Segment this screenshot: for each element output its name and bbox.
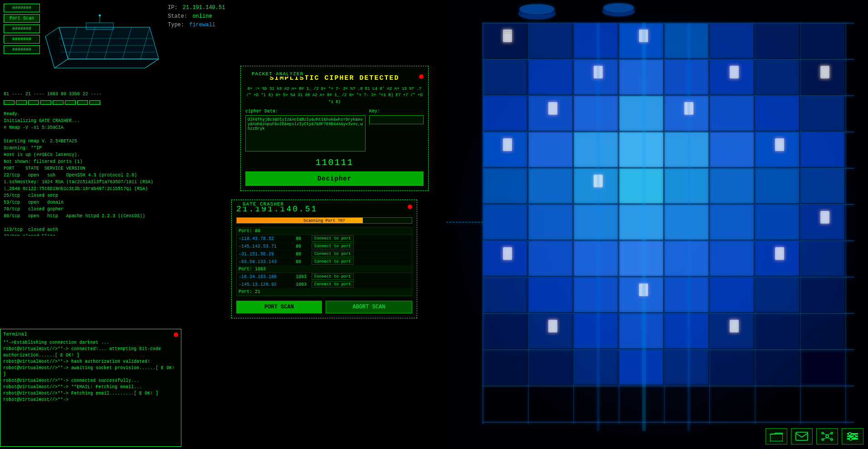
svg-rect-136 — [597, 23, 600, 431]
terminal-line: 1.sshHostkey: 1024 RSA (tac2c51a3l3f1a76… — [4, 179, 178, 185]
svg-rect-102 — [483, 314, 527, 348]
svg-rect-77 — [801, 169, 844, 203]
svg-rect-134 — [548, 320, 557, 332]
key-input[interactable]: 110111 — [369, 115, 424, 124]
svg-rect-28 — [483, 422, 854, 423]
close-button[interactable] — [174, 332, 178, 337]
svg-rect-21 — [483, 168, 854, 169]
decipher-button[interactable]: Decipher — [245, 171, 424, 186]
terminal-line: robot@VirtualHost//>**-> — [3, 397, 178, 403]
svg-rect-63 — [529, 132, 572, 167]
svg-line-156 — [827, 438, 831, 439]
svg-point-161 — [853, 435, 856, 438]
cipher-data-label: cipher Data: — [245, 109, 366, 114]
scan-progress-bar: Scanning Port 707 — [236, 217, 412, 224]
entry-port: 80 — [296, 252, 312, 257]
svg-rect-110 — [483, 350, 527, 385]
svg-point-15 — [99, 15, 101, 16]
nav-btn-5[interactable]: ####### — [4, 45, 40, 54]
svg-rect-24 — [483, 277, 854, 278]
svg-rect-35 — [755, 23, 756, 424]
port-scan-button[interactable]: PORT SCAN — [236, 301, 322, 313]
left-panel: ####### Port Scan ####### ####### ######… — [0, 0, 181, 449]
svg-rect-120 — [503, 33, 512, 34]
panel-container: PACKET ANALYZER SIMPLISTIC CIPHER DETECT… — [245, 74, 424, 186]
connect-button[interactable]: Connect to port — [312, 235, 354, 242]
email-icon-button[interactable] — [791, 428, 813, 444]
terminal-line: 80/tcp open http Apache httpd 2.2.3 ((Ce… — [4, 213, 178, 220]
entry-port: 80 — [296, 236, 312, 241]
svg-rect-13 — [86, 23, 113, 29]
svg-rect-65 — [619, 132, 663, 167]
connect-button[interactable]: Connect to port — [312, 273, 354, 280]
cipher-data-input[interactable]: OlF&ThyjBz3&OIyIz&AoI&BzIy&uhtI&huk&whzr… — [245, 115, 366, 151]
mini-box-1 — [4, 100, 15, 105]
svg-rect-34 — [709, 23, 710, 424]
entry-ip: -63.58.133.143 — [237, 259, 296, 264]
gate-crasher-close[interactable] — [408, 205, 412, 209]
terminal-line: 113/tcp closed auth — [4, 226, 178, 233]
nav-btn-4[interactable]: ####### — [4, 35, 40, 44]
nav-btn-1[interactable]: ####### — [4, 4, 40, 12]
svg-rect-123 — [730, 66, 739, 78]
svg-rect-158 — [847, 436, 858, 437]
svg-rect-74 — [665, 169, 708, 203]
table-row: -145.13.120.92 1083 Connect to port — [237, 281, 412, 288]
svg-rect-91 — [710, 241, 754, 276]
svg-rect-61 — [801, 96, 844, 131]
mini-box-6 — [65, 100, 76, 105]
svg-rect-138 — [688, 23, 690, 431]
svg-rect-73 — [619, 169, 663, 203]
svg-rect-81 — [619, 205, 663, 239]
connect-button[interactable]: Connect to port — [312, 251, 354, 257]
svg-rect-56 — [574, 96, 618, 131]
terminal-line: 53/tcp open domain — [4, 199, 178, 206]
svg-line-153 — [824, 434, 827, 435]
terminal-line: robot@VirtualHost//>**-> connected succe… — [3, 378, 178, 384]
svg-rect-32 — [619, 23, 619, 424]
settings-icon-button[interactable] — [842, 428, 863, 444]
connect-button[interactable]: Connect to port — [312, 281, 354, 288]
connect-button[interactable]: Connect to port — [312, 259, 354, 265]
terminal-line: Not shown: filtered ports (1) — [4, 158, 178, 165]
svg-rect-31 — [573, 23, 574, 424]
svg-rect-87 — [529, 241, 572, 276]
packet-analyzer-close[interactable] — [419, 74, 424, 79]
svg-rect-76 — [756, 169, 799, 203]
folder-icon-button[interactable] — [766, 428, 787, 444]
nav-btn-port-scan[interactable]: Port Scan — [4, 14, 40, 23]
port-80-label: Port: 80 — [237, 228, 412, 235]
svg-rect-27 — [483, 386, 854, 386]
svg-rect-82 — [665, 205, 708, 239]
svg-rect-114 — [665, 350, 708, 385]
svg-rect-36 — [800, 23, 801, 424]
connect-button[interactable]: Connect to port — [312, 243, 354, 249]
svg-rect-19 — [483, 95, 854, 96]
svg-rect-115 — [710, 350, 754, 385]
network-icon-button[interactable] — [816, 428, 838, 444]
gate-crasher-buttons: PORT SCAN ABORT SCAN — [236, 301, 412, 313]
entry-ip: -145.142.53.71 — [237, 244, 296, 249]
terminal-line: robot@VirtualHost//>**-> awaiting socket… — [3, 365, 178, 378]
svg-rect-99 — [710, 278, 754, 312]
svg-rect-147 — [796, 432, 808, 440]
svg-rect-105 — [619, 314, 663, 348]
entry-ip: -31.151.56.29 — [237, 252, 296, 257]
table-row: -145.142.53.71 80 Connect to port — [237, 243, 412, 250]
abort-scan-button[interactable]: ABORT SCAN — [326, 301, 412, 313]
svg-point-160 — [848, 433, 851, 435]
nav-btn-3[interactable]: ####### — [4, 24, 40, 33]
hex-data-display: 8+ :+ %b 31 k8 A2 A+ 8# 1_ /2 8+ *+ 7- 2… — [245, 86, 424, 105]
svg-rect-101 — [801, 278, 844, 312]
svg-rect-69 — [801, 132, 844, 167]
key-label: Key: — [369, 109, 424, 114]
svg-rect-130 — [820, 211, 829, 224]
terminal-line — [4, 220, 178, 226]
svg-rect-98 — [665, 278, 708, 312]
svg-rect-23 — [483, 240, 854, 241]
mini-box-2 — [16, 100, 27, 105]
svg-rect-75 — [710, 169, 754, 203]
svg-rect-66 — [665, 132, 708, 167]
svg-rect-112 — [574, 350, 618, 385]
table-row: -63.58.133.143 80 Connect to port — [237, 258, 412, 266]
